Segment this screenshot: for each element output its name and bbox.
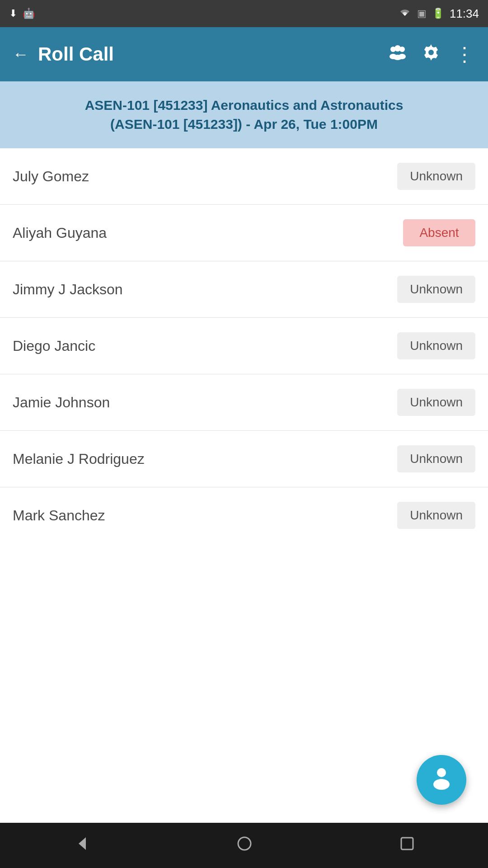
student-name: Melanie J Rodriguez — [13, 451, 145, 467]
status-bar-right: ▣ 🔋 11:34 — [398, 7, 479, 21]
recents-nav-icon[interactable] — [399, 836, 415, 855]
svg-marker-10 — [79, 837, 86, 850]
table-row[interactable]: Melanie J RodriguezUnknown — [0, 431, 488, 487]
student-name: Mark Sanchez — [13, 507, 105, 524]
student-name: July Gomez — [13, 168, 89, 185]
course-banner: ASEN-101 [451233] Aeronautics and Astron… — [0, 81, 488, 148]
student-list: July GomezUnknownAliyah GuyanaAbsentJimm… — [0, 148, 488, 823]
status-badge[interactable]: Unknown — [397, 389, 475, 416]
svg-point-8 — [437, 768, 446, 777]
signal-icon: ▣ — [417, 8, 427, 19]
svg-point-2 — [399, 47, 405, 52]
nav-bar — [0, 823, 488, 868]
people-icon[interactable] — [388, 44, 408, 65]
back-nav-icon[interactable] — [73, 835, 89, 856]
fab-button[interactable] — [417, 755, 466, 805]
status-time: 11:34 — [450, 7, 479, 21]
battery-icon: 🔋 — [432, 8, 444, 19]
student-name: Jimmy J Jackson — [13, 281, 123, 298]
course-title: ASEN-101 [451233] Aeronautics and Astron… — [13, 96, 475, 134]
android-icon: 🤖 — [23, 8, 35, 19]
home-nav-icon[interactable] — [236, 835, 253, 856]
more-options-icon[interactable]: ⋮ — [455, 44, 475, 64]
svg-rect-12 — [401, 838, 413, 849]
svg-point-9 — [433, 779, 450, 790]
table-row[interactable]: July GomezUnknown — [0, 148, 488, 205]
status-badge[interactable]: Unknown — [397, 502, 475, 529]
table-row[interactable]: Jamie JohnsonUnknown — [0, 374, 488, 431]
status-badge[interactable]: Unknown — [397, 276, 475, 303]
table-row[interactable]: Jimmy J JacksonUnknown — [0, 261, 488, 318]
svg-point-11 — [238, 837, 251, 850]
status-badge[interactable]: Unknown — [397, 445, 475, 472]
back-button[interactable]: ← — [13, 45, 29, 64]
status-badge[interactable]: Unknown — [397, 332, 475, 359]
settings-icon[interactable] — [422, 43, 440, 66]
app-bar-title: Roll Call — [38, 43, 379, 65]
student-name: Diego Jancic — [13, 338, 95, 354]
student-name: Aliyah Guyana — [13, 225, 107, 241]
app-bar: ← Roll Call ⋮ — [0, 27, 488, 81]
svg-point-7 — [428, 50, 434, 55]
table-row[interactable]: Aliyah GuyanaAbsent — [0, 205, 488, 261]
status-badge[interactable]: Unknown — [397, 163, 475, 190]
status-badge[interactable]: Absent — [403, 219, 475, 246]
table-row[interactable]: Mark SanchezUnknown — [0, 487, 488, 543]
table-row[interactable]: Diego JancicUnknown — [0, 318, 488, 374]
person-icon — [429, 765, 454, 795]
wifi-icon — [398, 8, 412, 19]
app-bar-actions: ⋮ — [388, 43, 475, 66]
student-name: Jamie Johnson — [13, 394, 110, 411]
download-icon: ⬇ — [9, 8, 17, 19]
status-bar: ⬇ 🤖 ▣ 🔋 11:34 — [0, 0, 488, 27]
status-bar-left: ⬇ 🤖 — [9, 8, 35, 19]
svg-point-5 — [399, 54, 406, 59]
